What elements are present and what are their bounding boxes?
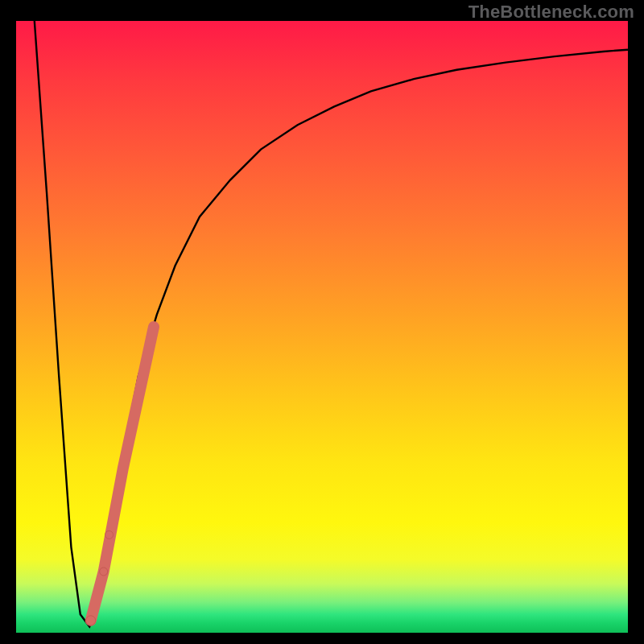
highlight-dot <box>86 616 96 625</box>
watermark-text: TheBottleneck.com <box>469 2 634 23</box>
highlight-dot <box>105 530 114 539</box>
highlight-dot <box>100 568 108 576</box>
highlight-group <box>86 327 154 625</box>
highlight-segment <box>91 327 154 621</box>
plot-area <box>16 21 628 633</box>
curve-svg <box>16 21 628 633</box>
curve-group <box>35 21 628 626</box>
chart-container: TheBottleneck.com <box>0 0 644 644</box>
bottleneck-curve <box>35 21 628 626</box>
